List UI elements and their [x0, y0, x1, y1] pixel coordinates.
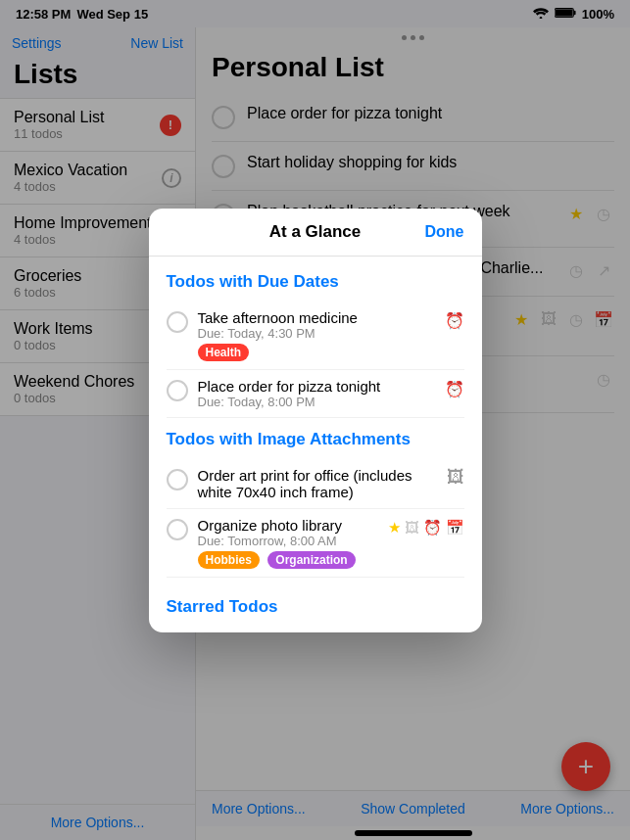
modal-todo-title: Organize photo library	[198, 517, 378, 534]
modal-todo-title: Place order for pizza tonight	[198, 378, 435, 395]
modal-todo-due: Due: Today, 8:00 PM	[198, 395, 435, 409]
modal-tag-health: Health	[198, 344, 250, 361]
image-attachment-icon: 🖼	[447, 467, 464, 488]
modal-body: Todos with Due Dates Take afternoon medi…	[149, 257, 482, 632]
modal-todo-due: Due: Today, 4:30 PM	[198, 326, 435, 341]
modal-todo-checkbox[interactable]	[167, 519, 188, 540]
modal-todo-title: Order art print for office (includes whi…	[198, 467, 437, 500]
modal-title: At a Glance	[206, 222, 425, 242]
modal-todo-checkbox[interactable]	[167, 469, 188, 490]
modal-section-title-due-dates: Todos with Due Dates	[167, 272, 464, 292]
modal-todo-title: Take afternoon medicine	[198, 309, 435, 326]
modal-section-title-image-attachments: Todos with Image Attachments	[167, 430, 464, 449]
modal-todo-item: Place order for pizza tonight Due: Today…	[167, 370, 464, 418]
modal-tag-hobbies: Hobbies	[198, 551, 260, 569]
star-icon: ★	[388, 519, 401, 537]
image-icon: 🖼	[405, 519, 419, 536]
modal-tag-organization: Organization	[267, 551, 355, 569]
at-a-glance-modal: At a Glance Done Todos with Due Dates Ta…	[149, 209, 482, 632]
modal-todo-item: Take afternoon medicine Due: Today, 4:30…	[167, 302, 464, 370]
modal-todo-item: Organize photo library Due: Tomorrow, 8:…	[167, 509, 464, 578]
calendar-icon: 📅	[446, 519, 464, 537]
modal-todo-icons-row: ★ 🖼 ⏰ 📅	[388, 519, 464, 537]
modal-todo-item: Order art print for office (includes whi…	[167, 459, 464, 509]
modal-todo-checkbox[interactable]	[167, 311, 188, 333]
modal-overlay: At a Glance Done Todos with Due Dates Ta…	[0, 0, 630, 840]
modal-todo-due: Due: Tomorrow, 8:00 AM	[198, 534, 378, 548]
modal-header: At a Glance Done	[149, 209, 482, 257]
modal-section-title-starred: Starred Todos	[167, 589, 464, 617]
modal-done-button[interactable]: Done	[425, 223, 464, 241]
clock-icon: ⏰	[423, 519, 442, 537]
modal-todo-checkbox[interactable]	[167, 380, 188, 401]
alarm-icon: ⏰	[445, 311, 464, 330]
alarm-icon: ⏰	[445, 380, 464, 398]
